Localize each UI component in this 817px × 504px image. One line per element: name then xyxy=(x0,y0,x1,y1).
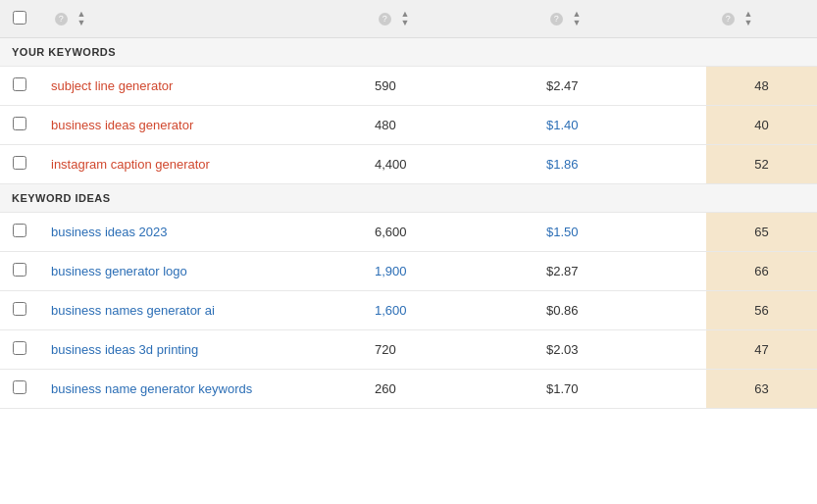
cpc-cell: $1.70 xyxy=(535,370,706,409)
select-all-header xyxy=(0,0,39,38)
keyword-link[interactable]: business generator logo xyxy=(51,264,187,278)
cpc-cell: $0.86 xyxy=(535,291,706,330)
keywords-sort-arrows[interactable]: ▲▼ xyxy=(77,10,86,27)
row-checkbox-cell xyxy=(0,252,39,291)
row-checkbox[interactable] xyxy=(13,380,26,394)
volume-cell: 6,600 xyxy=(363,213,535,252)
keywords-hint-icon[interactable]: ? xyxy=(55,13,68,25)
volume-cell: 480 xyxy=(363,106,535,145)
table-row: business ideas generator 480 $1.40 40 xyxy=(0,106,817,145)
keyword-link[interactable]: business names generator ai xyxy=(51,303,215,318)
row-checkbox[interactable] xyxy=(13,302,26,316)
cpc-cell: $1.40 xyxy=(535,106,706,145)
volume-cell: 1,600 xyxy=(363,291,535,330)
row-checkbox-cell xyxy=(0,370,39,409)
sd-hint-icon[interactable]: ? xyxy=(722,13,735,25)
table-row: business ideas 3d printing 720 $2.03 47 xyxy=(0,330,817,370)
keyword-cell: subject line generator xyxy=(39,67,363,106)
cpc-cell: $2.47 xyxy=(535,67,706,106)
keywords-column-header: ? ▲▼ xyxy=(39,0,363,38)
row-checkbox[interactable] xyxy=(13,263,26,277)
volume-column-header: ? ▲▼ xyxy=(363,0,535,38)
keyword-link[interactable]: business ideas 3d printing xyxy=(51,342,198,357)
volume-sort-arrows[interactable]: ▲▼ xyxy=(401,10,410,27)
keyword-cell: instagram caption generator xyxy=(39,145,363,184)
keyword-link[interactable]: business ideas generator xyxy=(51,118,193,132)
keyword-cell: business generator logo xyxy=(39,252,363,291)
keyword-link[interactable]: instagram caption generator xyxy=(51,157,210,172)
cpc-cell: $1.50 xyxy=(535,213,706,252)
sd-cell: 48 xyxy=(706,67,817,106)
keyword-link[interactable]: business name generator keywords xyxy=(51,381,252,396)
sd-cell: 56 xyxy=(706,291,817,330)
keyword-cell: business names generator ai xyxy=(39,291,363,330)
cpc-cell: $1.86 xyxy=(535,145,706,184)
volume-cell: 590 xyxy=(363,67,535,106)
cpc-sort-arrows[interactable]: ▲▼ xyxy=(573,10,582,27)
table-row: business names generator ai 1,600 $0.86 … xyxy=(0,291,817,330)
volume-cell: 720 xyxy=(363,330,535,370)
table-row: business ideas 2023 6,600 $1.50 65 xyxy=(0,213,817,252)
row-checkbox-cell xyxy=(0,291,39,330)
cpc-cell: $2.87 xyxy=(535,252,706,291)
volume-cell: 1,900 xyxy=(363,252,535,291)
section-header-keyword-ideas: KEYWORD IDEAS xyxy=(0,184,817,213)
row-checkbox[interactable] xyxy=(13,117,26,130)
keyword-link[interactable]: subject line generator xyxy=(51,78,173,93)
row-checkbox[interactable] xyxy=(13,341,26,355)
sd-sort-arrows[interactable]: ▲▼ xyxy=(744,10,753,27)
table-row: business name generator keywords 260 $1.… xyxy=(0,370,817,409)
sd-cell: 65 xyxy=(706,213,817,252)
section-header-your-keywords: YOUR KEYWORDS xyxy=(0,38,817,67)
keyword-cell: business name generator keywords xyxy=(39,370,363,409)
table-row: subject line generator 590 $2.47 48 xyxy=(0,67,817,106)
keyword-link[interactable]: business ideas 2023 xyxy=(51,225,168,239)
table-row: instagram caption generator 4,400 $1.86 … xyxy=(0,145,817,184)
table-row: business generator logo 1,900 $2.87 66 xyxy=(0,252,817,291)
sd-cell: 40 xyxy=(706,106,817,145)
cpc-cell: $2.03 xyxy=(535,330,706,370)
cpc-column-header: ? ▲▼ xyxy=(535,0,706,38)
row-checkbox-cell xyxy=(0,330,39,370)
section-label: KEYWORD IDEAS xyxy=(0,184,817,213)
row-checkbox[interactable] xyxy=(13,156,26,170)
sd-cell: 66 xyxy=(706,252,817,291)
row-checkbox-cell xyxy=(0,106,39,145)
keyword-cell: business ideas 2023 xyxy=(39,213,363,252)
keyword-cell: business ideas generator xyxy=(39,106,363,145)
row-checkbox-cell xyxy=(0,67,39,106)
row-checkbox[interactable] xyxy=(13,224,26,237)
row-checkbox-cell xyxy=(0,213,39,252)
sd-cell: 47 xyxy=(706,330,817,370)
cpc-hint-icon[interactable]: ? xyxy=(550,13,563,25)
sd-column-header: ? ▲▼ xyxy=(706,0,817,38)
row-checkbox-cell xyxy=(0,145,39,184)
volume-cell: 260 xyxy=(363,370,535,409)
sd-cell: 63 xyxy=(706,370,817,409)
sd-cell: 52 xyxy=(706,145,817,184)
volume-cell: 4,400 xyxy=(363,145,535,184)
keyword-cell: business ideas 3d printing xyxy=(39,330,363,370)
row-checkbox[interactable] xyxy=(13,77,26,91)
volume-hint-icon[interactable]: ? xyxy=(379,13,391,25)
section-label: YOUR KEYWORDS xyxy=(0,38,817,67)
select-all-checkbox[interactable] xyxy=(13,11,26,25)
